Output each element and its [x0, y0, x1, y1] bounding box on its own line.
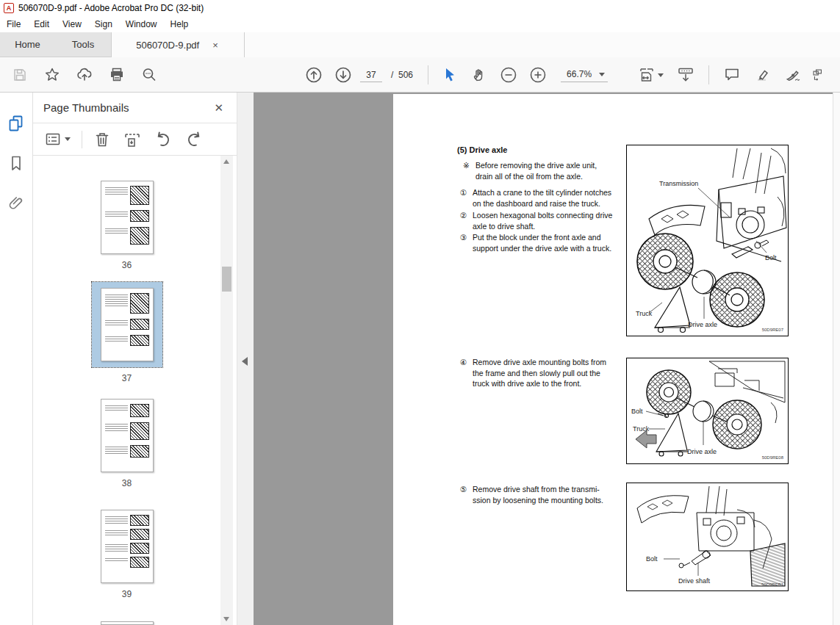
note-marker: ※	[463, 160, 473, 181]
send-document-icon	[812, 65, 825, 84]
collapse-panel-icon[interactable]	[242, 357, 248, 366]
step-number: ②	[460, 210, 470, 231]
page-fit-dropdown[interactable]	[633, 62, 667, 87]
options-list-icon	[44, 131, 62, 148]
thumbnail-scrollbar[interactable]	[220, 156, 233, 625]
thumbnail-page-36[interactable]: 36	[33, 181, 220, 270]
next-page-button[interactable]	[331, 62, 356, 87]
menu-file[interactable]: File	[1, 18, 29, 31]
page-number-input[interactable]	[360, 68, 382, 82]
figure-label-truck: Truck	[636, 310, 653, 317]
tab-tools[interactable]: Tools	[55, 32, 111, 57]
toolbar-divider	[428, 65, 428, 84]
page-thumbnails-icon	[7, 114, 26, 133]
thumbnail-image	[101, 510, 154, 583]
main-toolbar: / 506 66.7%	[0, 57, 840, 93]
hand-tool-button[interactable]	[467, 62, 492, 87]
step-number: ④	[460, 357, 470, 389]
menu-bar: File Edit View Sign Window Help	[0, 16, 840, 32]
delete-pages-button[interactable]	[91, 129, 113, 151]
menu-window[interactable]: Window	[121, 18, 165, 31]
document-viewport[interactable]: (5) Drive axle ※ Before removing the dri…	[254, 93, 840, 625]
section-heading: (5) Drive axle	[457, 145, 507, 156]
thumbnail-page-number: 39	[122, 589, 132, 599]
step-item-3: ③ Put the block under the front axle and…	[460, 232, 613, 253]
search-icon	[140, 66, 158, 84]
chevron-down-icon	[65, 137, 71, 141]
previous-page-button[interactable]	[301, 62, 326, 87]
menu-edit[interactable]: Edit	[29, 18, 57, 31]
zoom-in-button[interactable]	[525, 62, 550, 87]
figure-drive-shaft-removal: Bolt Drive shaft 50D9REB1	[626, 483, 789, 591]
minus-circle-icon	[499, 65, 518, 84]
tab-close-icon[interactable]: ×	[211, 40, 220, 51]
panel-toolbar-divider	[82, 131, 82, 148]
print-button[interactable]	[104, 62, 129, 87]
comment-tool-button[interactable]	[719, 62, 744, 87]
zoom-out-button[interactable]	[496, 62, 521, 87]
insert-pages-button[interactable]	[121, 129, 144, 151]
step-item-5: ⑤ Remove drive shaft from the transmi- s…	[460, 484, 613, 505]
highlighter-icon	[754, 66, 772, 84]
save-icon	[12, 67, 28, 83]
chevron-down-icon	[658, 73, 664, 77]
rotate-ccw-icon	[154, 130, 173, 149]
highlight-tool-button[interactable]	[750, 62, 775, 87]
menu-help[interactable]: Help	[165, 18, 197, 31]
trash-icon	[93, 131, 111, 148]
cloud-upload-icon	[76, 66, 93, 84]
thumbnail-page-number: 37	[122, 373, 132, 383]
rotate-clockwise-button[interactable]	[182, 128, 206, 151]
scrolling-mode-button[interactable]	[673, 62, 698, 87]
attachments-panel-button[interactable]	[6, 192, 26, 213]
thumbnail-page-38[interactable]: 38	[33, 399, 220, 488]
step-text: Put the block under the front axle and s…	[473, 232, 613, 253]
page-thumbnails-panel-button[interactable]	[6, 113, 26, 134]
scroll-up-icon[interactable]	[223, 159, 229, 164]
step-text: Attach a crane to the tilt cylinder notc…	[473, 187, 613, 209]
step-number: ①	[460, 187, 470, 209]
thumbnail-page-number: 38	[122, 478, 132, 488]
menu-sign[interactable]: Sign	[90, 18, 121, 31]
figure-label-drive-axle: Drive axle	[688, 321, 717, 328]
rotate-counterclockwise-button[interactable]	[151, 128, 175, 151]
fill-sign-pen-icon	[784, 65, 803, 84]
fill-sign-tool-button[interactable]	[781, 62, 806, 87]
step-text: Remove drive axle mounting bolts from th…	[473, 357, 613, 389]
comment-bubble-icon	[723, 66, 741, 84]
find-button[interactable]	[137, 62, 162, 87]
thumbnail-options-button[interactable]	[42, 129, 73, 151]
page-up-icon	[304, 65, 323, 84]
page-thumbnails-panel: Page Thumbnails ✕	[33, 93, 237, 625]
panel-close-icon[interactable]: ✕	[211, 100, 226, 116]
page-down-icon	[334, 65, 353, 84]
figure-code: 50D9RE08	[762, 455, 784, 460]
thumbnail-image	[101, 288, 154, 361]
chevron-down-icon	[599, 73, 605, 76]
share-cloud-button[interactable]	[72, 62, 97, 87]
tab-document[interactable]: 506070D-9.pdf ×	[111, 32, 245, 57]
fit-width-icon	[638, 66, 656, 84]
panel-toolbar	[33, 123, 237, 156]
scroll-down-icon[interactable]	[223, 617, 229, 621]
thumbnail-page-37[interactable]: 37	[33, 282, 220, 383]
document-scrollbar[interactable]	[833, 93, 840, 625]
paperclip-icon	[7, 193, 26, 212]
menu-view[interactable]: View	[57, 18, 90, 31]
save-button[interactable]	[7, 62, 32, 87]
thumbnail-page-39[interactable]: 39	[33, 510, 220, 599]
scrollbar-thumb[interactable]	[222, 267, 231, 292]
select-tool-button[interactable]	[437, 62, 462, 87]
star-icon	[43, 66, 61, 84]
hand-icon	[470, 66, 488, 84]
figure-label-drive-shaft: Drive shaft	[678, 577, 711, 585]
bookmarks-panel-button[interactable]	[6, 153, 26, 173]
star-button[interactable]	[40, 62, 65, 87]
thumbnail-page-40[interactable]	[33, 621, 220, 625]
send-for-signature-button[interactable]	[812, 62, 825, 87]
tab-bar-spacer	[245, 32, 840, 57]
zoom-level-dropdown[interactable]: 66.7%	[561, 68, 608, 82]
tab-home[interactable]: Home	[0, 32, 55, 57]
bookmark-icon	[7, 154, 25, 172]
printer-icon	[108, 66, 126, 84]
